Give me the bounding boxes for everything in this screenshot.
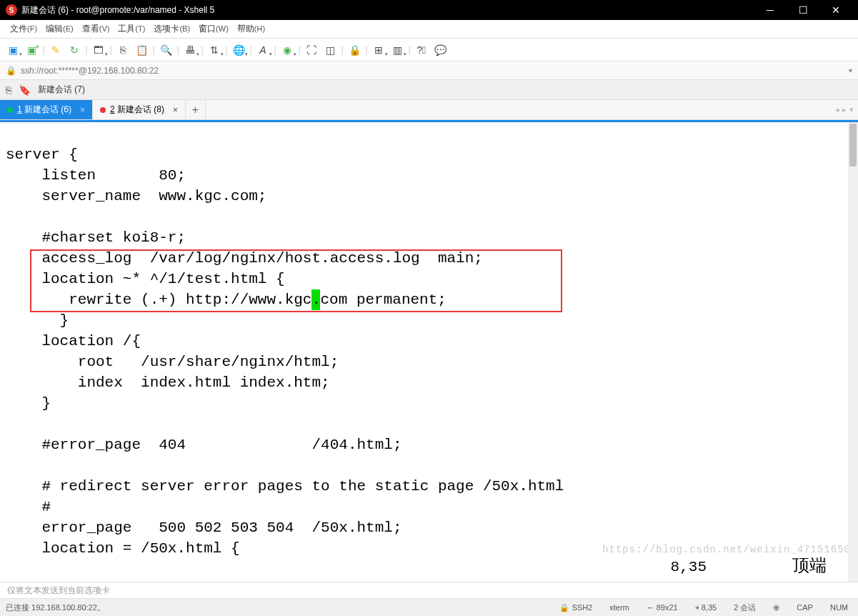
- menu-tools[interactable]: 工具(T): [114, 21, 149, 36]
- window-title: 新建会话 (6) - root@promote:/var/named - Xsh…: [21, 4, 754, 16]
- status-size: ↔89x21: [642, 603, 682, 612]
- session-tree-icon[interactable]: ⎘: [6, 84, 11, 96]
- toolbar-separator: [340, 41, 344, 59]
- terminal-line: #charset koi8-r;: [6, 229, 186, 246]
- info-bar: 仅将文本发送到当前选项卡: [0, 582, 858, 599]
- status-plus-icon[interactable]: ⊕: [769, 603, 784, 612]
- terminal-line: rewrite (.+) http://www.kgc.com permanen…: [6, 292, 447, 308]
- toolbar-separator: [109, 41, 113, 59]
- lock-icon: 🔒: [6, 66, 16, 76]
- globe-icon[interactable]: 🌐▾: [230, 41, 247, 59]
- menubar: 文件(F) 编辑(E) 查看(V) 工具(T) 选项卡(B) 窗口(W) 帮助(…: [0, 20, 858, 39]
- status-sessions: 2 会话: [729, 602, 760, 613]
- menu-tabs[interactable]: 选项卡(B): [149, 21, 194, 36]
- maximize-button[interactable]: ☐: [787, 0, 819, 20]
- bookmark-icon[interactable]: 🔖: [19, 84, 31, 96]
- lock-icon[interactable]: 🔒: [346, 41, 363, 59]
- titlebar: S 新建会话 (6) - root@promote:/var/named - X…: [0, 0, 858, 20]
- terminal-line: location ~* ^/1/test.html {: [6, 271, 285, 287]
- address-text[interactable]: ssh://root:******@192.168.100.80:22: [21, 66, 159, 76]
- session-bar-label[interactable]: 新建会话 (7): [38, 84, 85, 96]
- menu-file[interactable]: 文件(F): [6, 21, 41, 36]
- toolbar-separator: [249, 41, 253, 59]
- address-dropdown-icon[interactable]: ▾: [849, 66, 852, 74]
- tab-prev-icon[interactable]: ◂: [835, 105, 839, 114]
- tab-session-active[interactable]: 1 新建会话 (6) ×: [0, 100, 93, 119]
- toolbar-separator: [224, 41, 229, 59]
- status-ssh: 🔒SSH2: [555, 603, 597, 612]
- add-icon[interactable]: ▣+: [23, 41, 40, 59]
- tab-add-button[interactable]: +: [186, 100, 206, 119]
- search-icon[interactable]: 🔍: [157, 41, 174, 59]
- minimize-button[interactable]: ─: [754, 0, 787, 20]
- paste-icon[interactable]: 📋: [133, 41, 150, 59]
- help-icon[interactable]: ?⃝: [413, 41, 430, 59]
- tab-close-icon[interactable]: ×: [173, 105, 178, 115]
- terminal-line: location = /50x.html {: [6, 540, 240, 557]
- menu-window[interactable]: 窗口(W): [194, 21, 233, 36]
- close-button[interactable]: ✕: [819, 0, 852, 20]
- terminal-line: server_name www.kgc.com;: [6, 188, 266, 204]
- menu-edit[interactable]: 编辑(E): [41, 21, 78, 36]
- terminal-line: root /usr/share/nginx/html;: [6, 354, 339, 370]
- address-bar: 🔒 ssh://root:******@192.168.100.80:22 ▾: [0, 61, 858, 80]
- status-bar: 已连接 192.168.100.80:22。 🔒SSH2 xterm ↔89x2…: [0, 599, 858, 616]
- transparency-icon[interactable]: ◫: [321, 41, 339, 59]
- tab-close-icon[interactable]: ×: [80, 105, 85, 115]
- color-icon[interactable]: ◉▾: [279, 41, 296, 59]
- menu-help[interactable]: 帮助(H): [233, 21, 269, 36]
- toolbar: ▣▾ ▣+ ✎ ↻ 🗔▾ ⎘ 📋 🔍 🖶▾ ⇅▾ 🌐▾ A▾ ◉▾ ⛶ ◫ 🔒 …: [0, 39, 858, 61]
- toolbar-separator: [297, 41, 301, 59]
- cursor-icon: ⌖: [695, 603, 699, 612]
- terminal[interactable]: server { listen 80; server_name www.kgc.…: [0, 122, 858, 582]
- terminal-line: #error_page 404 /404.html;: [6, 437, 402, 453]
- layout-icon[interactable]: ▥▾: [389, 41, 406, 59]
- status-term: xterm: [605, 603, 634, 612]
- terminal-line: access_log /var/log/nginx/host.access.lo…: [6, 250, 483, 267]
- status-connection: 已连接 192.168.100.80:22。: [6, 602, 547, 613]
- terminal-line: index index.html index.htm;: [6, 374, 330, 391]
- tab-session-other[interactable]: 2 新建会话 (8) ×: [93, 100, 186, 119]
- print-icon[interactable]: 🖶▾: [181, 41, 199, 59]
- highlight-icon[interactable]: ✎: [47, 41, 64, 59]
- terminal-cursor: .: [311, 289, 320, 310]
- terminal-line: # redirect server error pages to the sta…: [6, 478, 564, 495]
- tab-next-icon[interactable]: ▸: [842, 105, 847, 114]
- new-session-icon[interactable]: ▣▾: [4, 41, 21, 59]
- terminal-line: error_page 500 502 503 504 /50x.html;: [6, 520, 402, 536]
- terminal-line: server {: [6, 146, 78, 163]
- transfer-icon[interactable]: ⇅▾: [206, 41, 223, 59]
- copy-icon[interactable]: ⎘: [114, 41, 131, 59]
- tab-bar: 1 新建会话 (6) × 2 新建会话 (8) × + ◂ ▸ ▾: [0, 100, 858, 120]
- toolbar-separator: [200, 41, 204, 59]
- tab-list-icon[interactable]: ▾: [849, 105, 854, 114]
- terminal-line: #: [6, 499, 51, 515]
- scrollbar[interactable]: [848, 122, 858, 582]
- terminal-line: }: [6, 312, 69, 329]
- window-new-icon[interactable]: ⊞▾: [370, 41, 387, 59]
- reconnect-icon[interactable]: ↻: [66, 41, 83, 59]
- menu-view[interactable]: 查看(V): [78, 21, 114, 36]
- vim-status-line: 8,35顶端: [671, 555, 827, 577]
- toolbar-separator: [364, 41, 369, 59]
- terminal-line: }: [6, 395, 51, 412]
- status-cap: CAP: [792, 603, 817, 612]
- toolbar-separator: [151, 41, 156, 59]
- window-controls: ─ ☐ ✕: [754, 0, 852, 20]
- status-cursor-pos: ⌖8,35: [691, 603, 721, 612]
- properties-icon[interactable]: 🗔▾: [90, 41, 107, 59]
- lock-icon: 🔒: [559, 603, 569, 612]
- status-dot-icon: [100, 107, 106, 113]
- toolbar-separator: [273, 41, 277, 59]
- terminal-area: server { listen 80; server_name www.kgc.…: [0, 120, 858, 582]
- fullscreen-icon[interactable]: ⛶: [303, 41, 320, 59]
- session-bar: ⎘ 🔖 新建会话 (7): [0, 80, 858, 100]
- chat-icon[interactable]: 💬: [432, 41, 449, 59]
- status-num: NUM: [826, 603, 852, 612]
- toolbar-separator: [176, 41, 180, 59]
- app-icon: S: [6, 4, 17, 16]
- font-icon[interactable]: A▾: [254, 41, 271, 59]
- scrollbar-thumb[interactable]: [849, 124, 857, 167]
- terminal-line: listen 80;: [6, 167, 186, 184]
- status-dot-icon: [7, 107, 13, 113]
